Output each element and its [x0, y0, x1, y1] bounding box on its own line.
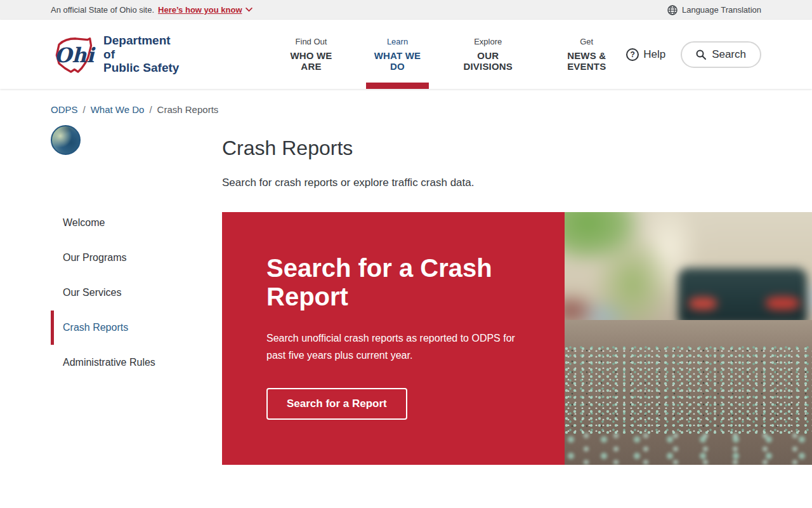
search-label: Search [712, 48, 746, 61]
logo-line2: Public Safety [103, 61, 184, 75]
card-heading: Search for a Crash Report [266, 254, 501, 311]
nav-eyebrow: Find Out [296, 37, 327, 46]
primary-nav: Find Out WHO WE ARE Learn WHAT WE DO Exp… [279, 20, 626, 89]
crash-report-card-text: Search for a Crash Report Search unoffic… [222, 212, 565, 465]
official-site-left: An official State of Ohio site. Here’s h… [51, 5, 252, 15]
sidebar-item-administrative-rules[interactable]: Administrative Rules [51, 345, 171, 380]
breadcrumb-what-we-do[interactable]: What We Do [91, 104, 145, 115]
svg-text:Ohio: Ohio [55, 43, 96, 67]
breadcrumb-separator: / [83, 104, 86, 115]
magnifier-icon [696, 50, 706, 60]
sidebar-nav: Welcome Our Programs Our Services Crash … [51, 206, 171, 380]
nav-eyebrow: Get [580, 37, 593, 46]
content-area: Welcome Our Programs Our Services Crash … [0, 115, 812, 465]
nav-label: NEWS & EVENTS [547, 50, 626, 72]
section-avatar [51, 125, 81, 155]
nav-label: WHO WE ARE [279, 50, 343, 72]
photo-car [678, 268, 807, 325]
heres-how-you-know-link[interactable]: Here’s how you know [158, 5, 252, 15]
nav-label: OUR DIVISIONS [452, 50, 524, 72]
nav-our-divisions[interactable]: Explore OUR DIVISIONS [452, 20, 524, 89]
photo-shattered-glass [565, 346, 812, 436]
crash-scene-photo [565, 212, 812, 465]
photo-glass-bokeh [565, 433, 812, 465]
official-site-text: An official State of Ohio site. [51, 5, 154, 15]
card-body-text: Search unofficial crash reports as repor… [266, 330, 520, 364]
site-header: Ohio Department of Public Safety Find Ou… [0, 20, 812, 89]
heres-how-you-know-label: Here’s how you know [158, 5, 242, 15]
globe-icon [667, 5, 678, 15]
photo-road [565, 320, 812, 465]
odps-logo[interactable]: Ohio Department of Public Safety [51, 32, 184, 77]
nav-eyebrow: Explore [474, 37, 502, 46]
logo-line1: Department of [103, 34, 184, 62]
official-site-banner: An official State of Ohio site. Here’s h… [0, 0, 812, 20]
nav-news-events[interactable]: Get NEWS & EVENTS [547, 20, 626, 89]
photo-taillight [766, 297, 799, 311]
breadcrumb-odps[interactable]: ODPS [51, 104, 78, 115]
page-subtitle: Search for crash reports or explore traf… [222, 177, 812, 189]
help-button[interactable]: ? Help [626, 48, 665, 61]
header-actions: ? Help Search [626, 41, 761, 68]
ohio-state-outline-icon: Ohio [51, 32, 96, 77]
crash-report-card: Search for a Crash Report Search unoffic… [222, 212, 812, 465]
nav-who-we-are[interactable]: Find Out WHO WE ARE [279, 20, 343, 89]
question-circle-icon: ? [626, 48, 639, 61]
sidebar-item-crash-reports[interactable]: Crash Reports [51, 311, 171, 345]
sidebar-item-welcome[interactable]: Welcome [51, 206, 171, 240]
search-for-report-button[interactable]: Search for a Report [266, 388, 407, 420]
sidebar-item-our-services[interactable]: Our Services [51, 276, 171, 310]
main-panel: Crash Reports Search for crash reports o… [171, 115, 812, 465]
chevron-down-icon [246, 8, 252, 12]
photo-taillight [689, 297, 717, 310]
breadcrumb: ODPS / What We Do / Crash Reports [0, 89, 812, 115]
language-translation-button[interactable]: Language Translation [667, 5, 761, 15]
section-sidebar: Welcome Our Programs Our Services Crash … [51, 115, 171, 465]
breadcrumb-separator: / [149, 104, 152, 115]
breadcrumb-current: Crash Reports [157, 104, 219, 115]
sidebar-item-our-programs[interactable]: Our Programs [51, 241, 171, 275]
search-button[interactable]: Search [681, 41, 761, 68]
nav-eyebrow: Learn [387, 37, 408, 46]
page-title: Crash Reports [222, 137, 812, 160]
nav-label: WHAT WE DO [366, 50, 429, 72]
logo-department-text: Department of Public Safety [103, 34, 184, 76]
nav-what-we-do[interactable]: Learn WHAT WE DO [366, 20, 429, 89]
language-translation-label: Language Translation [682, 5, 761, 15]
help-label: Help [643, 48, 665, 61]
